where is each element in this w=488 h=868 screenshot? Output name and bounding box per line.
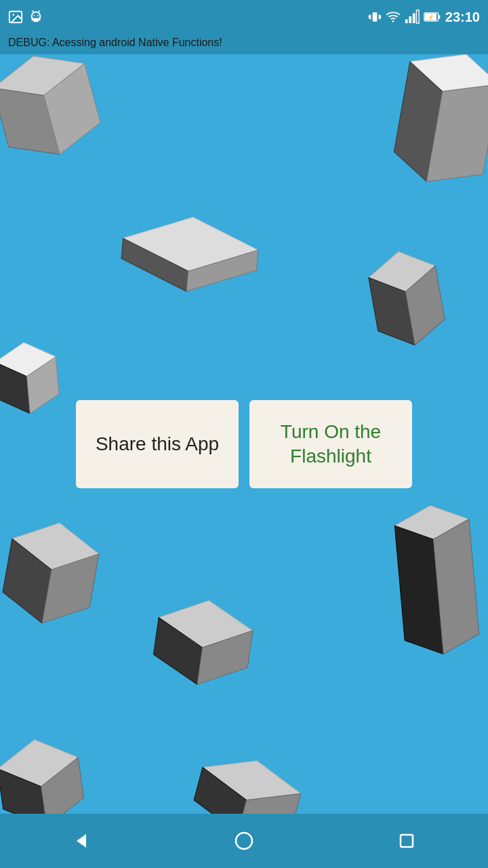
cube-top-right <box>374 39 488 205</box>
cube-middle-center <box>112 204 268 305</box>
svg-rect-8 <box>32 18 34 21</box>
recents-icon <box>397 831 416 850</box>
svg-rect-7 <box>33 18 38 22</box>
image-icon <box>8 9 23 24</box>
svg-line-3 <box>33 11 34 12</box>
svg-marker-54 <box>77 834 86 848</box>
back-icon <box>71 831 92 851</box>
svg-point-6 <box>37 15 39 16</box>
cube-small-left <box>0 336 64 423</box>
cube-top-left <box>0 35 116 181</box>
android-icon <box>28 9 43 24</box>
svg-rect-17 <box>409 16 411 23</box>
vibrate-icon <box>368 10 382 24</box>
svg-point-5 <box>33 15 35 16</box>
svg-rect-56 <box>401 835 413 847</box>
home-button[interactable] <box>224 821 264 861</box>
svg-point-55 <box>236 833 252 849</box>
svg-text:⚡: ⚡ <box>428 14 434 20</box>
battery-icon: ⚡ <box>424 11 441 23</box>
share-app-button[interactable]: Share this App <box>76 400 239 488</box>
svg-rect-10 <box>373 12 378 21</box>
svg-rect-22 <box>439 15 441 18</box>
nav-bar <box>0 814 488 868</box>
status-bar-left <box>8 9 43 24</box>
svg-rect-9 <box>39 18 41 21</box>
svg-rect-18 <box>413 14 415 24</box>
main-background: ⚡ 23:10 DEBUG: Acessing android Native F… <box>0 0 488 868</box>
cube-bottom-center <box>142 583 264 699</box>
recents-button[interactable] <box>386 821 427 861</box>
flashlight-button[interactable]: Turn On the Flashlight <box>249 400 412 488</box>
svg-rect-19 <box>416 10 419 23</box>
svg-line-4 <box>39 11 40 12</box>
status-bar-right: ⚡ 23:10 <box>368 9 480 25</box>
cube-right-middle <box>357 238 456 359</box>
debug-text: DEBUG: Acessing android Native Functions… <box>8 37 222 48</box>
svg-rect-16 <box>405 20 408 23</box>
cube-bottom-right-tall <box>386 498 488 668</box>
status-bar: ⚡ 23:10 <box>0 0 488 34</box>
wifi-icon <box>386 9 401 24</box>
time-display: 23:10 <box>445 9 480 25</box>
svg-point-1 <box>12 14 14 16</box>
svg-point-15 <box>392 20 394 22</box>
back-button[interactable] <box>61 821 102 861</box>
buttons-container: Share this App Turn On the Flashlight <box>76 400 412 488</box>
signal-icon <box>405 9 420 24</box>
debug-bar: DEBUG: Acessing android Native Functions… <box>0 34 488 54</box>
cube-bottom-left <box>0 507 111 638</box>
home-icon <box>234 831 254 851</box>
